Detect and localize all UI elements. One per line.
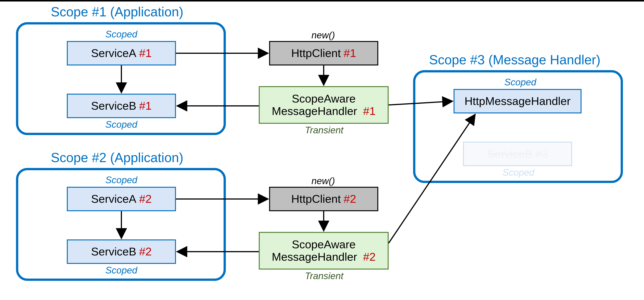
httpclient-2-instance: #2 (341, 193, 356, 205)
httpclient-1-name: HttpClient (291, 47, 341, 59)
scope-2-title: Scope #2 (Application) (51, 150, 183, 165)
httpclient-2-label: new() (312, 176, 335, 186)
scopeaware-handler-1-line2-inst: #1 (360, 105, 376, 117)
scope-3-title: Scope #3 (Message Handler) (429, 52, 600, 67)
httpclient-2-name: HttpClient (291, 193, 341, 205)
service-a-1-instance: #1 (136, 47, 152, 59)
service-a-1-name: ServiceA (91, 47, 136, 59)
service-b-3: ServiceB #3 (463, 142, 572, 166)
httpclient-1: HttpClient #1 (269, 41, 378, 65)
scopeaware-handler-1-line2-name: MessageHandler (272, 105, 357, 117)
httpmessagehandler-lifetime: Scoped (504, 77, 536, 88)
service-a-1-lifetime: Scoped (106, 29, 138, 40)
scopeaware-handler-2: ScopeAware MessageHandler #2 (259, 232, 388, 270)
service-a-2-lifetime: Scoped (106, 175, 138, 185)
service-b-2-name: ServiceB (91, 246, 136, 258)
service-b-2-lifetime: Scoped (106, 265, 138, 276)
service-a-2-instance: #2 (136, 193, 152, 205)
service-b-1-instance: #1 (136, 100, 152, 112)
scopeaware-handler-2-line1: ScopeAware (292, 238, 356, 251)
service-a-2: ServiceA #2 (67, 187, 176, 211)
scopeaware-handler-1-lifetime: Transient (305, 125, 344, 136)
service-b-1: ServiceB #1 (67, 94, 176, 118)
service-b-1-lifetime: Scoped (106, 119, 138, 130)
service-b-3-lifetime: Scoped (502, 167, 534, 178)
httpmessagehandler: HttpMessageHandler (454, 89, 582, 113)
scopeaware-handler-2-line2-name: MessageHandler (272, 251, 357, 263)
httpclient-1-label: new() (312, 30, 335, 41)
diagram-canvas: Scope #1 (Application) Scoped ServiceA #… (0, 0, 644, 300)
service-b-1-name: ServiceB (91, 100, 136, 112)
service-a-2-name: ServiceA (91, 193, 136, 205)
service-b-2: ServiceB #2 (67, 240, 176, 264)
service-b-2-instance: #2 (136, 246, 152, 258)
service-a-1: ServiceA #1 (67, 41, 176, 65)
service-b-3-name: ServiceB (487, 148, 532, 160)
httpclient-2: HttpClient #2 (269, 187, 378, 211)
service-b-3-instance: #3 (532, 148, 548, 160)
httpmessagehandler-name: HttpMessageHandler (464, 95, 570, 107)
httpclient-1-instance: #1 (341, 47, 356, 59)
scopeaware-handler-2-lifetime: Transient (305, 271, 344, 281)
scope-1-title: Scope #1 (Application) (51, 4, 183, 19)
scopeaware-handler-1-line1: ScopeAware (292, 92, 356, 105)
scopeaware-handler-1: ScopeAware MessageHandler #1 (259, 86, 388, 124)
scopeaware-handler-2-line2-inst: #2 (360, 251, 376, 263)
